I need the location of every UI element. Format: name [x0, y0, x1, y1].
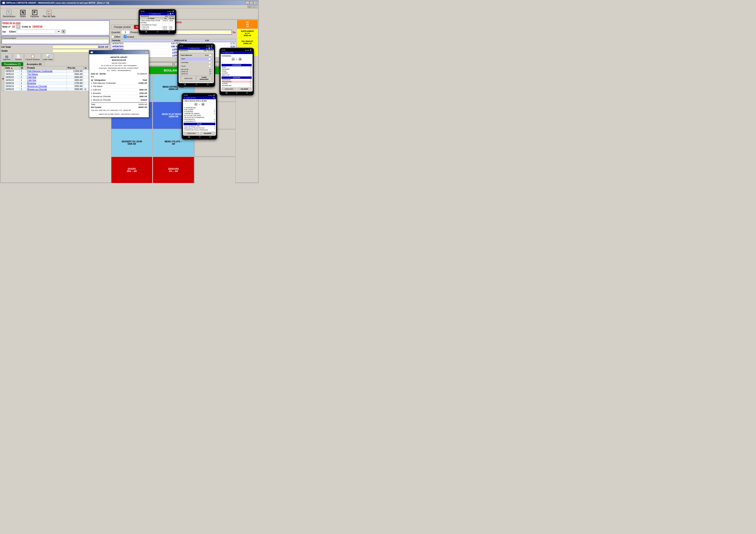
client-input[interactable]	[16, 30, 55, 34]
type-icon-btn[interactable]: 🍶	[16, 25, 20, 29]
phone3-sauces-header: SAUCES	[222, 76, 252, 79]
imprimer-button[interactable]: 🖨️ Imprimer	[1, 53, 12, 61]
cell-date: 19/05/19	[5, 82, 20, 85]
lister-notes-button[interactable]: 📊 Lister notes	[42, 53, 54, 61]
phone4-home-btn[interactable]	[199, 136, 201, 138]
phone1-menu-btn[interactable]	[168, 31, 170, 33]
cell-date: 19/05/19	[5, 88, 20, 91]
phone2-bar-radio[interactable]	[208, 58, 211, 60]
produit-link[interactable]: Thé Nature	[27, 73, 38, 75]
produit-link[interactable]: Mousse au Chocolat	[27, 88, 47, 90]
supplement-illy-btn[interactable]: SUPPLEMENTILLY+3000 AR	[237, 29, 258, 38]
list-item: P. SAUMUROISE	[184, 107, 215, 109]
client-dropdown[interactable]	[56, 30, 61, 34]
item-label: ANDOUILLETTE DE TROYES	[184, 127, 204, 129]
list-item[interactable]: APERITIFS KIR PETILL 5,70	[111, 42, 235, 45]
phone3-plus-btn[interactable]: +	[238, 58, 242, 61]
produit-link[interactable]: Brownies	[27, 82, 36, 85]
plan-salle-button[interactable]: 🏠 Plan de Salle	[41, 9, 56, 18]
sauce-label: POIVRE	[222, 83, 228, 85]
notes-button[interactable]: N Notes	[18, 9, 28, 18]
list-item[interactable]: LEFFE 334,5	[181, 73, 212, 75]
title-bar: 🍽️ INFResto | INFHOTIK ARIARY - MADAGASC…	[0, 0, 258, 5]
phone3-minus-btn[interactable]: −	[231, 58, 235, 61]
phone3-qty: 1	[236, 58, 237, 60]
close-button[interactable]: ×	[254, 1, 257, 4]
gratuit-checkbox-label[interactable]: Gratuit	[124, 35, 134, 38]
phone3-annuler-btn[interactable]: ANNULER	[222, 88, 236, 91]
deconnexion-button[interactable]: 🔧 Déconnexion	[2, 9, 16, 18]
phone1-home-btn[interactable]	[157, 31, 158, 33]
list-item[interactable]: KIR VIN BL3,1	[181, 68, 212, 71]
ud-btn[interactable]: UDUDAR	[237, 20, 258, 29]
receipt-close-btn[interactable]: ×	[145, 51, 148, 54]
produit-link[interactable]: Café Noir	[27, 76, 36, 78]
phone2-home-btn[interactable]	[196, 84, 197, 85]
phone4-annuler-btn[interactable]: ANNULER	[184, 132, 199, 135]
item-value: 0	[214, 125, 215, 127]
solde-label: Solde	[1, 50, 51, 52]
phone2-menu-btn[interactable]	[207, 84, 209, 85]
sub-title-bar: ◄ □ ×	[0, 5, 258, 9]
phone4-buttons: ANNULER VALIDER	[184, 132, 215, 135]
produit-link[interactable]: Mousse au Chocolat	[27, 85, 47, 88]
divers-btn[interactable]: DIVERS20% -- AR	[111, 157, 152, 183]
facture-express-button[interactable]: 📋 Facture Express	[25, 53, 41, 61]
sauce-value: 0	[251, 83, 251, 85]
receipt-qt-col: Qt	[91, 79, 93, 81]
cell-ui: G	[84, 88, 90, 91]
phone3-home-btn[interactable]	[236, 92, 238, 94]
produit-link[interactable]: Petit Déjeuner Continental	[27, 70, 52, 72]
cell-qt: 1	[20, 79, 26, 82]
phone4-frame: 10:30 ▲▲▲ 🔋 T. # 220 (2 CV) ✏️ 1 Menu En…	[182, 93, 217, 140]
tab-prestations[interactable]: Prestations (7)	[1, 62, 23, 66]
list-item[interactable]: APERITIFS KIR VIN BL 3,10	[111, 45, 235, 48]
sub-close-btn[interactable]: ×	[254, 5, 257, 8]
phone2-entree-radio[interactable]	[208, 61, 211, 64]
phone3-menu-btn[interactable]	[246, 92, 248, 94]
offert-checkbox-label[interactable]: Offert	[111, 35, 120, 38]
phone1-signal: ▲▲▲ 🔋	[167, 11, 174, 12]
phone3-back-btn[interactable]: ◄	[226, 92, 228, 94]
phone2-tous-text: Tous	[205, 54, 208, 56]
commentaire-input[interactable]	[2, 39, 109, 44]
phone2-plat-radio[interactable]	[208, 65, 211, 67]
sauce-value: 1	[251, 81, 251, 83]
cuisson-value: 0	[251, 66, 251, 68]
client-clear-btn[interactable]: X	[62, 30, 66, 34]
factures-button[interactable]: F Factures	[29, 9, 40, 18]
offert-checkbox[interactable]	[111, 35, 114, 38]
pdj-biskot-btn[interactable]: PDJ BISKOT14500 AR	[237, 38, 258, 47]
receipt-subtitle: SALON ITM-IVATO du 13 Juin au 15 Juin 20…	[91, 62, 147, 72]
sub-max-btn[interactable]: □	[251, 5, 254, 8]
phone3-valider-btn[interactable]: VALIDER	[237, 88, 252, 91]
facture-button[interactable]: 📄 Facture	[13, 53, 24, 61]
phone2-tous-label[interactable]: Tous	[205, 54, 212, 57]
col-produit: Produit	[26, 66, 67, 70]
maximize-button[interactable]: □	[250, 1, 253, 4]
scroll-left-btn[interactable]: ◄	[1, 66, 4, 91]
produit-link[interactable]: Café Noir	[27, 79, 36, 81]
phone1-back-btn[interactable]: ◄	[145, 31, 147, 33]
sub-restore-btn[interactable]: ◄	[247, 5, 251, 8]
qty-input[interactable]	[121, 30, 130, 34]
phone2-annuler-btn[interactable]: ANNULER	[181, 76, 196, 81]
phone4-valider-btn[interactable]: VALIDER	[200, 132, 215, 135]
cell-produit: Petit Déjeuner Continental	[26, 70, 67, 73]
phone4-menu-btn[interactable]	[209, 136, 211, 138]
phone4-minus-btn[interactable]: −	[194, 103, 198, 106]
dessert-jour-btn[interactable]: DESSERT DU JOUR5000 AR	[111, 129, 152, 156]
phone4-back-btn[interactable]: ◄	[188, 136, 190, 138]
gratuit-checkbox[interactable]	[124, 35, 126, 38]
phone4-plus-btn[interactable]: +	[201, 103, 205, 106]
list-item[interactable]: LEFFE 253,5	[181, 71, 212, 73]
tab-acomptes[interactable]: Acomptes (0)	[24, 62, 44, 66]
debours-btn[interactable]: DEBOURS0% -- AR	[153, 157, 194, 183]
cell-prix: 3000 AR	[67, 85, 84, 88]
changer-produit-btn[interactable]: Changer produit	[111, 25, 133, 29]
phone2-back-btn[interactable]: ◄	[184, 84, 186, 85]
list-item: POIVRE0	[222, 83, 252, 85]
phone2-tous-radio[interactable]	[209, 54, 212, 57]
minimize-button[interactable]: _	[246, 1, 249, 4]
phone2-faire-marcher-btn[interactable]: FAIRE MARCHER	[197, 76, 212, 81]
